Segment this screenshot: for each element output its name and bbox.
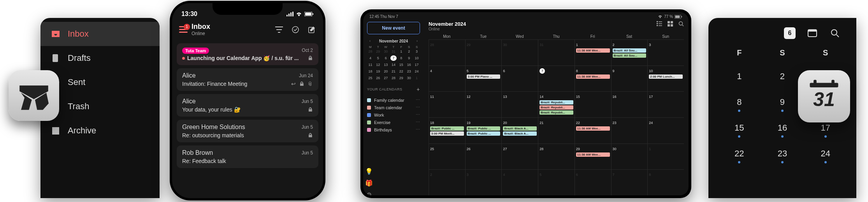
calendar-cell[interactable]: 31 [538, 39, 575, 66]
calendar-cell[interactable]: 25 [429, 144, 465, 170]
calendar-item[interactable]: Birthdays⋯ [367, 126, 420, 133]
mini-day[interactable]: 24 [413, 69, 420, 74]
calendar-cell[interactable]: 4 [429, 66, 465, 92]
event-chip[interactable]: Brazil: Black A... [503, 131, 537, 136]
event-chip[interactable]: 2:00 PM Lunch... [649, 74, 683, 79]
mini-day[interactable]: 22 [398, 69, 404, 74]
event-chip[interactable]: Brazil: Republi... [539, 100, 573, 105]
event-chip[interactable]: Brazil: Public ... [430, 126, 464, 131]
calendar-cell[interactable]: 4 [501, 169, 538, 195]
mini-day[interactable]: 28 [390, 75, 397, 81]
calendar-cell[interactable]: 28 [429, 39, 465, 66]
mini-day[interactable]: 14 [390, 62, 397, 67]
event-chip[interactable]: Brazil: Public ... [467, 131, 501, 136]
calendar-cell[interactable]: 14Brazil: Republi...Brazil: Republi...Br… [538, 91, 575, 117]
message-item[interactable]: Rob BrownJun 5 Re: Feedback talk [177, 145, 318, 168]
add-calendar-button[interactable]: + [416, 86, 420, 92]
calendar-more-icon[interactable]: ⋯ [416, 105, 420, 110]
mini-day[interactable]: 16 [406, 62, 412, 67]
calendar-more-icon[interactable]: ⋯ [416, 127, 420, 132]
mini-day[interactable]: 25 [367, 75, 374, 81]
calendar-cell[interactable]: 2911:30 AM Wee... [575, 144, 611, 170]
search-icon[interactable] [678, 21, 684, 27]
calendar-item[interactable]: Work⋯ [367, 111, 420, 119]
snip-day[interactable]: 22 [718, 144, 761, 163]
view-month-icon[interactable] [668, 21, 673, 27]
view-day-icon[interactable] [807, 27, 818, 39]
snip-day[interactable]: 9 [761, 92, 804, 112]
next-month-button[interactable]: › [414, 38, 420, 44]
snip-day[interactable]: 1 [718, 67, 761, 86]
calendar-more-icon[interactable]: ⋯ [416, 97, 420, 103]
event-chip[interactable]: 3:00 PM Piano ... [467, 74, 501, 79]
calendar-cell[interactable]: 28 [538, 144, 575, 170]
calendar-cell[interactable]: 102:00 PM Lunch... [647, 66, 684, 92]
mini-day[interactable]: 23 [406, 69, 412, 74]
calendar-cell[interactable]: 2211:30 AM Wee... [575, 117, 611, 144]
search-icon[interactable] [829, 27, 841, 39]
gift-icon[interactable]: 🎁 [366, 180, 372, 186]
today-chip[interactable]: 6 [784, 27, 796, 39]
calendar-cell[interactable]: 3 [465, 169, 502, 195]
mini-day[interactable]: 31 [390, 49, 397, 54]
event-chip[interactable]: Brazil: All Sou... [613, 48, 647, 53]
calendar-cell[interactable]: 27 [501, 144, 538, 170]
mini-day[interactable]: 5 [375, 55, 381, 61]
calendar-cell[interactable]: 18Brazil: Public ...3:00 PM Meeti... [429, 117, 465, 144]
calendar-cell[interactable]: 8 [647, 169, 684, 195]
compose-icon[interactable] [307, 25, 316, 34]
mini-day[interactable]: 8 [398, 55, 404, 61]
calendar-item[interactable]: Family calendar⋯ [367, 96, 420, 104]
calendar-cell[interactable]: 1 [647, 144, 684, 170]
event-chip[interactable]: Brazil: Black A... [503, 126, 537, 131]
mini-day[interactable]: 20 [383, 69, 389, 74]
calendar-cell[interactable]: 7 [611, 169, 648, 195]
calendar-cell[interactable]: 811:30 AM Wee... [575, 66, 611, 92]
mini-day[interactable]: 30 [383, 49, 389, 54]
mini-day[interactable]: 6 [383, 55, 389, 61]
event-chip[interactable]: Brazil: All Sou... [613, 53, 647, 58]
event-chip[interactable]: 3:00 PM Meeti... [430, 131, 464, 136]
prev-month-button[interactable]: ‹ [367, 38, 373, 44]
mini-day[interactable]: 9 [406, 55, 412, 61]
mini-day[interactable]: 2 [406, 49, 412, 54]
calendar-cell[interactable]: 13 [501, 91, 538, 117]
event-chip[interactable]: Brazil: Republi... [539, 110, 573, 115]
folder-inbox[interactable]: Inbox [40, 22, 160, 46]
calendar-cell[interactable]: 26 [465, 144, 502, 170]
mini-day[interactable]: 13 [383, 62, 389, 67]
calendar-cell[interactable]: 19Brazil: Public ...Brazil: Public ... [465, 117, 502, 144]
calendar-cell[interactable]: 9 [611, 66, 648, 92]
snip-day[interactable]: 15 [718, 118, 761, 138]
calendar-item[interactable]: Exercise⋯ [367, 119, 420, 126]
calendar-cell[interactable]: 11 [429, 91, 465, 117]
event-chip[interactable]: 11:30 AM Wee... [576, 126, 610, 131]
calendar-cell[interactable]: 2 [429, 169, 465, 195]
calendar-cell[interactable]: 12 [465, 91, 502, 117]
snip-day[interactable]: 16 [761, 118, 804, 138]
message-item[interactable]: Tuta TeamOct 2 Launching our Calendar Ap… [177, 43, 318, 65]
calendar-cell[interactable]: 30 [611, 144, 648, 170]
calendar-cell[interactable]: 53:00 PM Piano ... [465, 66, 502, 92]
event-chip[interactable]: Brazil: Public ... [467, 126, 501, 131]
mini-day[interactable]: 19 [375, 69, 381, 74]
message-item[interactable]: Green Home SolutionsJun 5 Re: outsourcin… [177, 120, 318, 142]
calendar-cell[interactable]: 29 [465, 39, 502, 66]
mini-day[interactable]: 7 [390, 55, 397, 61]
mini-day[interactable]: 26 [375, 75, 381, 81]
mini-day[interactable]: 3 [413, 49, 420, 54]
upgrade-icon[interactable]: 💡 [366, 168, 372, 174]
filter-icon[interactable] [275, 25, 283, 34]
calendar-cell[interactable]: 20Brazil: Black A...Brazil: Black A... [501, 117, 538, 144]
calendar-cell[interactable]: 7 [538, 66, 575, 92]
calendar-cell[interactable]: 24 [647, 117, 684, 144]
event-chip[interactable]: 11:30 AM Wee... [576, 48, 610, 53]
folder-drafts[interactable]: Drafts [40, 46, 160, 70]
multiselect-icon[interactable] [291, 25, 300, 34]
view-agenda-icon[interactable] [657, 21, 662, 27]
mini-day[interactable]: 1 [398, 49, 404, 54]
new-event-button[interactable]: New event [367, 22, 420, 34]
settings-icon[interactable]: ⚙ [366, 191, 372, 195]
calendar-cell[interactable]: 16 [611, 91, 648, 117]
mini-day[interactable]: 4 [367, 55, 374, 61]
